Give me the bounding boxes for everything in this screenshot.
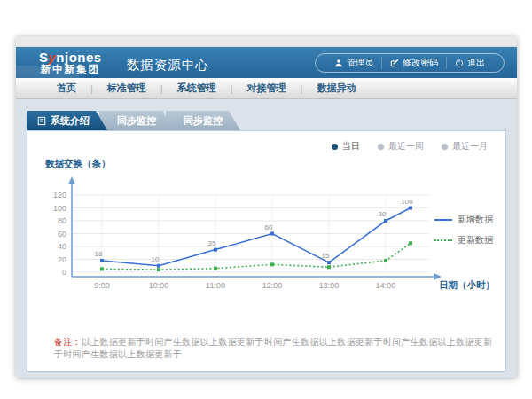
user-menu-item-change-password[interactable]: 修改密码 (381, 57, 446, 69)
nav-item-system-mgmt[interactable]: 系统管理 (163, 82, 231, 95)
company-logo: Synjones 新中新集团 (39, 51, 102, 75)
svg-text:80: 80 (379, 210, 387, 218)
time-range-filters: 当日最近一周最近一月 (38, 138, 488, 154)
nav-item-standard-mgmt[interactable]: 标准管理 (93, 82, 160, 95)
nav-item-data-change[interactable]: 数据异动 (302, 82, 370, 95)
svg-text:12:00: 12:00 (262, 281, 283, 290)
svg-text:35: 35 (208, 239, 216, 247)
tab-bar: 系统介绍同步监控同步监控 (27, 111, 517, 130)
legend-line-sample (434, 219, 452, 221)
radio-dot (332, 144, 338, 150)
radio-label: 最近一周 (388, 140, 424, 153)
svg-text:60: 60 (265, 223, 273, 231)
svg-text:14:00: 14:00 (376, 281, 396, 290)
svg-text:100: 100 (401, 198, 413, 206)
y-axis-title: 数据交换（条） (45, 158, 495, 171)
tab-sync-monitor-2[interactable]: 同步监控 (166, 111, 240, 130)
legend-line-sample (434, 239, 452, 241)
svg-text:100: 100 (53, 204, 66, 213)
content-area: 系统介绍同步监控同步监控 当日最近一周最近一月 数据交换（条） 02040608… (16, 99, 517, 378)
radio-label: 最近一月 (452, 140, 488, 153)
svg-text:18: 18 (95, 250, 103, 258)
user-menu-label: 修改密码 (403, 57, 438, 69)
radio-dot (378, 144, 384, 150)
svg-text:10:00: 10:00 (149, 281, 169, 290)
svg-text:9:00: 9:00 (94, 281, 110, 290)
user-menu-item-admin[interactable]: 管理员 (326, 57, 381, 69)
svg-text:60: 60 (58, 230, 66, 239)
power-icon (455, 59, 464, 67)
chart-legend: 新增数据更新数据 (434, 214, 493, 246)
tab-sync-monitor-1[interactable]: 同步监控 (99, 111, 174, 130)
window-top-strip (16, 36, 517, 47)
main-nav: 首页|标准管理|系统管理|对接管理|数据异动 (16, 78, 517, 99)
radio-dot (442, 144, 448, 150)
nav-item-connect-mgmt[interactable]: 对接管理 (233, 82, 301, 95)
legend-label: 新增数据 (458, 214, 493, 226)
user-menu-label: 退出 (467, 57, 485, 69)
app-header: Synjones 新中新集团 数据资源中心 管理员修改密码退出 (16, 47, 517, 78)
tab-label: 同步监控 (184, 111, 223, 130)
page-title: 数据资源中心 (127, 57, 209, 74)
legend-label: 更新数据 (458, 234, 493, 246)
legend-item-update-data[interactable]: 更新数据 (434, 234, 493, 246)
radio-today[interactable]: 当日 (332, 140, 360, 153)
line-chart: 0204060801001209:0010:0011:0012:0013:001… (38, 173, 448, 308)
svg-text:80: 80 (58, 216, 66, 225)
svg-text:10: 10 (152, 255, 160, 263)
logo-subtitle: 新中新集团 (39, 64, 102, 74)
tab-label: 系统介绍 (51, 111, 90, 130)
svg-text:15: 15 (322, 252, 330, 260)
footnote: 备注：以上数据更新于时间产生数据以上数据更新于时间产生数据以上数据更新于时间产生… (38, 336, 495, 361)
svg-text:11:00: 11:00 (206, 281, 225, 290)
svg-text:13:00: 13:00 (319, 281, 340, 290)
app-window: Synjones 新中新集团 数据资源中心 管理员修改密码退出 首页|标准管理|… (16, 36, 517, 378)
chart-container: 0204060801001209:0010:0011:0012:0013:001… (38, 173, 495, 308)
svg-text:0: 0 (62, 268, 66, 277)
edit-icon (390, 59, 399, 67)
user-icon (334, 59, 343, 67)
document-icon (37, 116, 46, 126)
user-menu: 管理员修改密码退出 (315, 53, 505, 73)
legend-item-new-data[interactable]: 新增数据 (434, 214, 493, 226)
user-menu-label: 管理员 (347, 57, 373, 69)
logo-wordmark: Synjones (39, 51, 102, 65)
tab-label: 同步监控 (117, 111, 156, 130)
radio-last-week[interactable]: 最近一周 (378, 140, 424, 153)
footnote-label: 备注： (54, 337, 82, 347)
footnote-text: 以上数据更新于时间产生数据以上数据更新于时间产生数据以上数据更新于时间产生数据以… (54, 337, 492, 359)
nav-item-home[interactable]: 首页 (43, 82, 90, 95)
svg-text:120: 120 (53, 191, 66, 200)
system-intro-panel: 当日最近一周最近一月 数据交换（条） 0204060801001209:0010… (27, 130, 506, 372)
svg-text:20: 20 (58, 255, 66, 264)
svg-text:40: 40 (58, 242, 66, 251)
radio-last-month[interactable]: 最近一月 (442, 140, 488, 153)
tab-system-intro[interactable]: 系统介绍 (27, 111, 107, 130)
radio-label: 当日 (342, 140, 360, 153)
user-menu-item-logout[interactable]: 退出 (446, 57, 493, 69)
x-axis-title: 日期（小时） (439, 279, 495, 292)
